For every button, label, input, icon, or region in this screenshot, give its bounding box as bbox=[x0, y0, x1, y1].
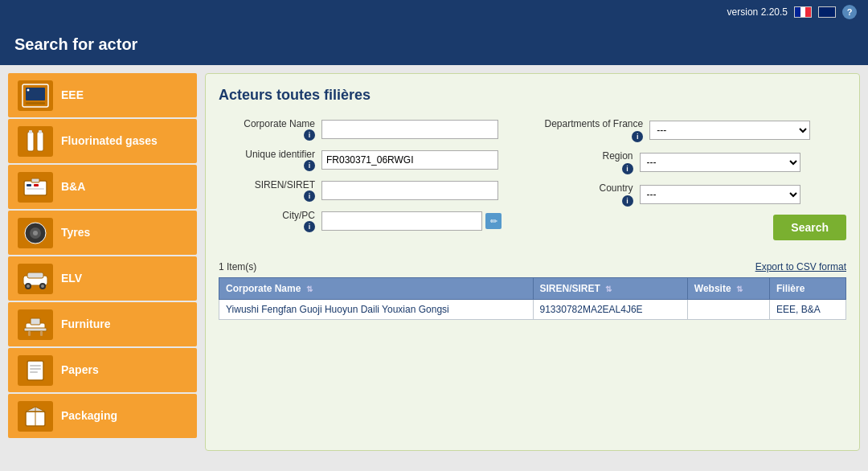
departments-label-group: Departments of France i bbox=[545, 118, 644, 142]
siren-label-group: SIREN/SIRET i bbox=[219, 179, 315, 202]
city-info-icon[interactable]: i bbox=[304, 221, 315, 232]
svg-rect-29 bbox=[30, 368, 41, 370]
sidebar-item-tyres[interactable]: Tyres bbox=[8, 211, 197, 255]
unique-id-info-icon[interactable]: i bbox=[304, 160, 315, 171]
top-bar: version 2.20.5 ? bbox=[0, 0, 868, 24]
siren-label: SIREN/SIRET bbox=[255, 179, 315, 190]
region-select[interactable]: --- bbox=[640, 153, 800, 172]
help-icon[interactable]: ? bbox=[842, 5, 857, 19]
sidebar-item-elv[interactable]: ELV bbox=[8, 256, 197, 301]
corporate-name-label: Corporate Name bbox=[244, 118, 315, 129]
sidebar-label-elv: ELV bbox=[61, 272, 82, 285]
region-info-icon[interactable]: i bbox=[622, 163, 633, 174]
results-count: 1 Item(s) bbox=[219, 261, 256, 272]
country-label-group: Country i bbox=[545, 182, 633, 207]
sidebar-item-eee[interactable]: EEE bbox=[8, 73, 197, 117]
export-csv-link[interactable]: Export to CSV format bbox=[755, 261, 846, 272]
country-info-icon[interactable]: i bbox=[622, 195, 633, 207]
svg-rect-24 bbox=[28, 331, 31, 336]
cell-corporate-name: Yiwushi Fengfan Guoji Huoyun Daili Youxi… bbox=[219, 300, 534, 320]
sidebar-item-papers[interactable]: Papers bbox=[8, 348, 197, 392]
main-layout: EEE Fluorinated gases bbox=[0, 65, 868, 459]
departments-label: Departments of France bbox=[545, 118, 644, 129]
country-select[interactable]: --- bbox=[640, 185, 800, 204]
departments-select[interactable]: --- bbox=[649, 121, 810, 140]
corporate-name-input[interactable] bbox=[321, 120, 498, 139]
svg-rect-12 bbox=[27, 188, 44, 190]
col-filiere[interactable]: Filière bbox=[769, 278, 845, 300]
sidebar-item-furniture[interactable]: Furniture bbox=[8, 302, 197, 346]
sort-corporate-name-icon: ⇅ bbox=[306, 285, 313, 293]
siren-info-icon[interactable]: i bbox=[304, 190, 315, 202]
svg-rect-10 bbox=[27, 184, 31, 186]
search-button-row: Search bbox=[545, 215, 847, 240]
table-row: Yiwushi Fengfan Guoji Huoyun Daili Youxi… bbox=[219, 300, 846, 320]
version-label: version 2.20.5 bbox=[727, 6, 788, 18]
sidebar-label-papers: Papers bbox=[61, 363, 99, 377]
search-button[interactable]: Search bbox=[773, 215, 846, 240]
region-row: Region i --- bbox=[545, 150, 847, 174]
papers-icon bbox=[18, 355, 53, 386]
departments-info-icon[interactable]: i bbox=[632, 131, 643, 142]
tyres-icon bbox=[18, 218, 53, 248]
section-title: Acteurs toutes filières bbox=[219, 87, 846, 104]
page-title: Search for actor bbox=[14, 35, 137, 53]
sidebar-item-ba[interactable]: B&A bbox=[8, 165, 197, 209]
cell-siren: 91330782MA2EAL4J6E bbox=[533, 300, 687, 320]
page-header: Search for actor bbox=[0, 24, 868, 65]
fluorinated-icon bbox=[18, 126, 53, 157]
corporate-name-info-icon[interactable]: i bbox=[304, 129, 315, 141]
svg-rect-5 bbox=[37, 132, 43, 151]
svg-rect-4 bbox=[27, 132, 34, 151]
svg-rect-23 bbox=[24, 328, 47, 331]
city-edit-icon[interactable]: ✏ bbox=[485, 213, 502, 229]
sidebar: EEE Fluorinated gases bbox=[8, 73, 197, 451]
svg-rect-28 bbox=[30, 365, 41, 367]
form-left: Corporate Name i Unique identifier i bbox=[219, 118, 521, 248]
city-label: City/PC bbox=[282, 210, 315, 221]
elv-icon bbox=[18, 264, 53, 294]
unique-id-label-group: Unique identifier i bbox=[219, 149, 315, 171]
departments-row: Departments of France i --- bbox=[545, 118, 847, 142]
corporate-name-row: Corporate Name i bbox=[219, 118, 521, 141]
corporate-name-label-group: Corporate Name i bbox=[219, 118, 315, 141]
region-label-group: Region i bbox=[545, 150, 633, 174]
sidebar-label-packaging: Packaging bbox=[61, 409, 117, 423]
svg-rect-25 bbox=[40, 331, 43, 336]
svg-point-20 bbox=[27, 285, 30, 288]
results-tbody: Yiwushi Fengfan Guoji Huoyun Daili Youxi… bbox=[219, 300, 846, 320]
eee-icon bbox=[18, 80, 53, 111]
col-website[interactable]: Website ⇅ bbox=[687, 278, 769, 300]
svg-rect-6 bbox=[29, 130, 32, 133]
flag-french-icon[interactable] bbox=[794, 6, 812, 18]
unique-id-input[interactable] bbox=[321, 150, 498, 170]
sidebar-item-fluorinated[interactable]: Fluorinated gases bbox=[8, 119, 197, 163]
city-row: City/PC i ✏ bbox=[219, 210, 521, 232]
svg-rect-9 bbox=[31, 178, 39, 182]
sidebar-item-packaging[interactable]: Packaging bbox=[8, 394, 197, 438]
svg-rect-17 bbox=[27, 272, 43, 278]
sidebar-label-furniture: Furniture bbox=[61, 317, 110, 331]
city-input[interactable] bbox=[321, 211, 482, 231]
col-siren[interactable]: SIREN/SIRET ⇅ bbox=[533, 278, 687, 300]
flag-uk-icon[interactable] bbox=[818, 6, 836, 18]
sort-website-icon: ⇅ bbox=[736, 285, 743, 293]
sidebar-label-eee: EEE bbox=[61, 88, 84, 102]
svg-rect-30 bbox=[30, 371, 38, 373]
svg-rect-11 bbox=[34, 184, 39, 186]
svg-rect-2 bbox=[26, 102, 45, 104]
siren-input[interactable] bbox=[321, 181, 498, 200]
city-label-group: City/PC i bbox=[219, 210, 315, 232]
sidebar-label-ba: B&A bbox=[61, 180, 85, 194]
svg-rect-26 bbox=[31, 318, 40, 325]
sidebar-label-fluorinated: Fluorinated gases bbox=[61, 134, 158, 148]
col-corporate-name[interactable]: Corporate Name ⇅ bbox=[219, 278, 534, 300]
content-area: Acteurs toutes filières Corporate Name i bbox=[205, 73, 860, 451]
sidebar-label-tyres: Tyres bbox=[61, 226, 90, 240]
packaging-icon bbox=[18, 401, 53, 432]
country-label: Country bbox=[599, 182, 633, 194]
region-label: Region bbox=[602, 150, 633, 162]
sort-siren-icon: ⇅ bbox=[605, 285, 612, 293]
cell-website bbox=[687, 300, 769, 320]
svg-point-21 bbox=[41, 285, 44, 288]
